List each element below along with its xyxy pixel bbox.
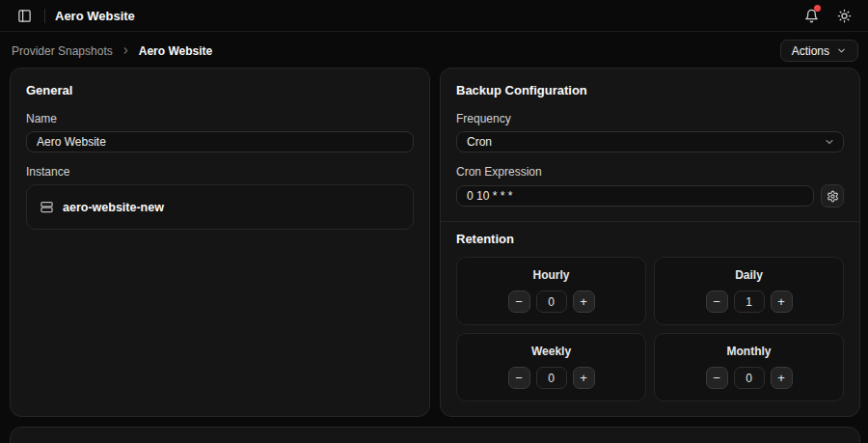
daily-value[interactable]: 1 (734, 291, 765, 313)
monthly-value[interactable]: 0 (734, 367, 765, 389)
panel-left-icon (17, 9, 32, 23)
general-card-title: General (26, 83, 414, 97)
backup-card-title: Backup Configuration (456, 83, 844, 97)
weekly-increment-button[interactable]: + (573, 367, 595, 389)
topbar-divider (44, 9, 45, 23)
retention-hourly-box: Hourly − 0 + (456, 257, 646, 325)
retention-weekly-label: Weekly (467, 345, 636, 358)
monthly-decrement-button[interactable]: − (706, 367, 728, 389)
instance-field-label: Instance (26, 165, 414, 179)
cron-expression-label: Cron Expression (456, 165, 844, 179)
theme-toggle-button[interactable] (833, 5, 854, 26)
retention-title: Retention (456, 232, 844, 246)
actions-button-label: Actions (792, 44, 829, 58)
breadcrumb-current: Aero Website (139, 44, 212, 58)
retention-section: Retention Hourly − 0 + Daily − (441, 221, 859, 401)
daily-decrement-button[interactable]: − (706, 291, 728, 313)
chevron-down-icon (824, 136, 835, 148)
main-content: General Name Instance aero-website-new (0, 68, 868, 443)
cron-expression-input[interactable] (456, 185, 814, 207)
backup-configuration-card: Backup Configuration Frequency Cron Cron… (440, 68, 860, 417)
chevron-down-icon (836, 45, 847, 56)
details-card: Details Next Snapshot in 5h (10, 427, 860, 443)
monthly-increment-button[interactable]: + (771, 367, 793, 389)
daily-increment-button[interactable]: + (771, 291, 793, 313)
general-card: General Name Instance aero-website-new (10, 68, 430, 417)
sidebar-toggle-button[interactable] (14, 5, 35, 26)
retention-monthly-label: Monthly (665, 345, 833, 358)
frequency-select[interactable]: Cron (456, 131, 844, 152)
sun-icon (837, 9, 852, 23)
page-title: Aero Website (55, 9, 135, 23)
name-input[interactable] (26, 131, 414, 152)
retention-weekly-box: Weekly − 0 + (456, 333, 646, 401)
hourly-decrement-button[interactable]: − (508, 291, 530, 313)
topbar-actions (800, 5, 854, 26)
instance-item[interactable]: aero-website-new (26, 184, 414, 230)
breadcrumb-row: Provider Snapshots Aero Website Actions (0, 32, 868, 68)
server-icon (40, 200, 54, 214)
frequency-selected-value: Cron (467, 135, 492, 149)
weekly-value[interactable]: 0 (536, 367, 567, 389)
weekly-decrement-button[interactable]: − (508, 367, 530, 389)
chevron-right-icon (121, 45, 131, 56)
name-field-label: Name (26, 112, 414, 125)
hourly-value[interactable]: 0 (536, 291, 567, 313)
gear-icon (827, 190, 839, 203)
breadcrumb-parent-link[interactable]: Provider Snapshots (12, 44, 113, 58)
cron-settings-button[interactable] (821, 184, 844, 208)
retention-daily-box: Daily − 1 + (654, 257, 844, 325)
hourly-increment-button[interactable]: + (573, 291, 595, 313)
retention-monthly-box: Monthly − 0 + (654, 333, 844, 401)
instance-name: aero-website-new (63, 201, 164, 214)
retention-hourly-label: Hourly (467, 268, 636, 282)
top-bar: Aero Website (0, 0, 868, 32)
retention-daily-label: Daily (665, 268, 833, 282)
frequency-field-label: Frequency (456, 112, 844, 125)
notifications-button[interactable] (800, 5, 822, 26)
notification-dot (814, 5, 821, 12)
actions-button[interactable]: Actions (780, 40, 858, 62)
